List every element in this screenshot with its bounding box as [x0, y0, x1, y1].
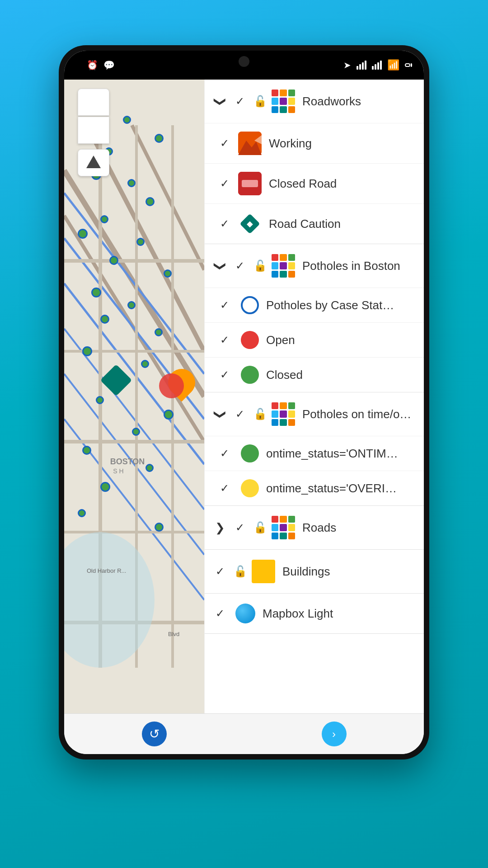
layer-group-3: ❯✓🔓Roads — [205, 506, 424, 550]
layer-child-label: Closed — [266, 368, 415, 382]
layer-child-label: Road Caution — [269, 217, 415, 231]
map-marker — [100, 482, 110, 492]
map-marker — [78, 509, 86, 517]
check-icon[interactable]: ✓ — [218, 137, 231, 150]
navigate-button[interactable] — [78, 149, 109, 176]
check-icon[interactable]: ✓ — [214, 565, 226, 578]
layer-item[interactable]: ✓Closed Road — [205, 163, 424, 203]
map-marker — [164, 269, 172, 278]
map-controls — [78, 89, 109, 176]
check-icon[interactable]: ✓ — [214, 607, 226, 620]
status-bar: ⏰ 💬 ➤ — [64, 51, 424, 80]
layer-item[interactable]: ✓◆Road Caution — [205, 203, 424, 244]
lock-icon: 🔓 — [253, 95, 264, 108]
status-icons-right: ➤ 📶 — [343, 59, 410, 71]
layer-header-5[interactable]: ✓Mapbox Light — [205, 594, 424, 633]
phone-device: ⏰ 💬 ➤ — [59, 45, 429, 760]
layer-child-icon — [241, 331, 259, 349]
layer-child-icon — [238, 132, 262, 155]
map-marker — [155, 523, 164, 532]
battery-icon — [405, 63, 410, 67]
layer-header-2[interactable]: ❯✓🔓Potholes on time/overdue — [205, 392, 424, 436]
check-icon[interactable]: ✓ — [218, 217, 231, 230]
map-marker — [155, 134, 164, 143]
lock-icon: 🔓 — [253, 521, 264, 534]
layer-label: Roadworks — [302, 94, 415, 108]
phone-screen: ⏰ 💬 ➤ — [64, 51, 424, 754]
map-marker — [127, 179, 136, 187]
map-marker — [127, 301, 136, 309]
lock-icon: 🔓 — [253, 259, 264, 272]
check-icon[interactable]: ✓ — [218, 368, 231, 381]
map-marker — [141, 360, 149, 368]
whatsapp-icon: 💬 — [103, 60, 115, 71]
layer-child-label: Closed Road — [269, 177, 415, 191]
check-icon[interactable]: ✓ — [234, 521, 246, 534]
map-marker — [123, 116, 131, 124]
layer-item[interactable]: ✓Potholes by Case Stat… — [205, 288, 424, 322]
layer-item[interactable]: ✓ontime_status='OVERI… — [205, 471, 424, 505]
layer-group-5: ✓Mapbox Light — [205, 594, 424, 634]
chevron-down-icon[interactable]: ❯ — [213, 259, 227, 272]
zoom-in-button[interactable] — [78, 89, 109, 116]
status-icons-left: ⏰ 💬 — [87, 60, 115, 71]
layer-label: Roads — [302, 521, 415, 535]
layer-child-label: Open — [266, 333, 415, 347]
check-icon[interactable]: ✓ — [218, 299, 231, 311]
map-marker — [132, 428, 140, 436]
headline — [208, 0, 280, 45]
layer-child-icon — [241, 479, 259, 497]
layer-item[interactable]: ✓Working — [205, 123, 424, 163]
location-icon: ➤ — [343, 60, 351, 71]
layer-child-label: ontime_status='OVERI… — [266, 481, 415, 495]
layer-group-0: ❯✓🔓Roadworks✓Working✓Closed Road✓◆Road C… — [205, 80, 424, 244]
check-icon[interactable]: ✓ — [234, 408, 246, 420]
camera-notch — [239, 56, 249, 67]
check-icon[interactable]: ✓ — [218, 177, 231, 190]
chevron-down-icon[interactable]: ❯ — [213, 408, 227, 420]
layer-item[interactable]: ✓Closed — [205, 357, 424, 392]
layer-header-1[interactable]: ❯✓🔓Potholes in Boston — [205, 244, 424, 288]
check-icon[interactable]: ✓ — [218, 447, 231, 460]
check-icon[interactable]: ✓ — [234, 259, 246, 272]
layer-type-icon — [272, 402, 295, 426]
chevron-down-icon[interactable]: ❯ — [213, 95, 227, 108]
svg-text:Blvd: Blvd — [168, 631, 179, 637]
undo-button[interactable]: ↺ — [138, 722, 170, 746]
nav-arrow-icon — [86, 156, 101, 168]
zoom-out-button[interactable] — [78, 117, 109, 144]
map-marker — [82, 446, 91, 455]
layer-group-2: ❯✓🔓Potholes on time/overdue✓ontime_statu… — [205, 392, 424, 506]
layer-item[interactable]: ✓ontime_status='ONTIM… — [205, 436, 424, 471]
lock-icon: 🔓 — [234, 565, 244, 578]
check-icon[interactable]: ✓ — [234, 95, 246, 108]
signal-bar-2 — [372, 61, 382, 70]
map-marker — [100, 315, 109, 324]
forward-button[interactable]: › — [318, 722, 350, 746]
layer-child-icon: ◆ — [238, 212, 262, 236]
map-marker — [164, 410, 174, 420]
layer-item[interactable]: ✓Open — [205, 322, 424, 357]
layer-header-0[interactable]: ❯✓🔓Roadworks — [205, 80, 424, 123]
layer-type-icon — [235, 604, 255, 623]
check-icon[interactable]: ✓ — [218, 482, 231, 495]
map-panel: BOSTON S H Old Harbor R... Blvd — [64, 80, 204, 713]
wifi-icon: 📶 — [387, 59, 399, 71]
undo-icon: ↺ — [142, 722, 167, 746]
layer-label: Potholes on time/overdue — [302, 407, 415, 421]
layer-child-label: ontime_status='ONTIM… — [266, 447, 415, 461]
layer-header-4[interactable]: ✓🔓Buildings — [205, 550, 424, 593]
layer-child-icon — [241, 366, 259, 384]
chevron-right-icon[interactable]: ❯ — [214, 521, 226, 535]
check-icon[interactable]: ✓ — [218, 334, 231, 346]
svg-text:◆: ◆ — [247, 219, 253, 228]
map-marker — [155, 328, 163, 336]
layer-header-3[interactable]: ❯✓🔓Roads — [205, 506, 424, 549]
map-marker — [82, 346, 92, 356]
layer-label: Potholes in Boston — [302, 259, 415, 273]
layers-panel[interactable]: ❯✓🔓Roadworks✓Working✓Closed Road✓◆Road C… — [204, 80, 424, 713]
layer-group-1: ❯✓🔓Potholes in Boston✓Potholes by Case S… — [205, 244, 424, 392]
layer-type-icon — [272, 254, 295, 278]
map-marker — [136, 238, 145, 246]
svg-rect-28 — [242, 180, 258, 187]
